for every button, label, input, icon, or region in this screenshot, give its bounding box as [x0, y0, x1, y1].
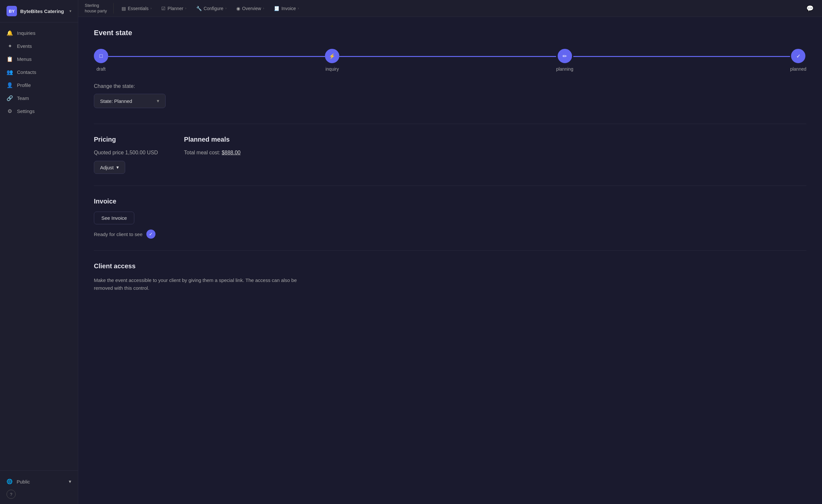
sidebar-nav: 🔔 Inquiries ✦ Events 📋 Menus 👥 Contacts … [0, 22, 78, 470]
tab-label: Invoice [281, 6, 296, 11]
draft-label: draft [96, 66, 106, 72]
planned-label: planned [790, 66, 806, 72]
pricing-title: Pricing [94, 136, 158, 143]
draft-circle: □ [94, 49, 108, 63]
sidebar-public-item[interactable]: 🌐 Public ▾ [7, 476, 71, 487]
configure-icon: 🔧 [196, 6, 202, 11]
company-name: ByteBites Catering [20, 8, 64, 14]
tab-overview[interactable]: ◉ Overview › [232, 3, 269, 14]
adjust-chevron-icon: ▾ [116, 164, 119, 170]
sidebar-item-label: Settings [17, 108, 35, 114]
team-icon: 🔗 [7, 95, 13, 101]
sidebar-item-settings[interactable]: ⚙ Settings [0, 105, 78, 118]
public-chevron-icon: ▾ [69, 479, 71, 484]
overview-chevron-icon: › [263, 7, 264, 10]
sidebar-item-label: Contacts [17, 69, 36, 75]
planned-circle: ✓ [791, 49, 805, 63]
tab-invoice[interactable]: 🧾 Invoice › [269, 3, 304, 14]
content: Event state □ draft ⚡ inquiry [78, 17, 822, 504]
divider-2 [94, 186, 806, 186]
sidebar-item-label: Profile [17, 82, 31, 88]
settings-icon: ⚙ [7, 108, 13, 114]
planning-icon: ✏ [562, 53, 567, 59]
overview-icon: ◉ [236, 6, 240, 11]
state-step-inquiry: ⚡ inquiry [325, 49, 339, 72]
sidebar-item-inquiries[interactable]: 🔔 Inquiries [0, 26, 78, 39]
chat-icon[interactable]: 💬 [804, 3, 815, 14]
state-dropdown-chevron-icon: ▾ [157, 98, 159, 104]
adjust-label: Adjust [100, 165, 114, 170]
meal-cost-value[interactable]: $888.00 [222, 150, 241, 155]
sidebar-item-contacts[interactable]: 👥 Contacts [0, 65, 78, 78]
state-dropdown-label: State: Planned [100, 98, 132, 104]
essentials-chevron-icon: › [150, 7, 151, 10]
tab-configure[interactable]: 🔧 Configure › [191, 3, 231, 14]
invoice-icon: 🧾 [274, 6, 279, 11]
state-step-planned: ✓ planned [790, 49, 806, 72]
pricing-left: Pricing Quoted price 1,500.00 USD Adjust… [94, 136, 158, 174]
adjust-button[interactable]: Adjust ▾ [94, 161, 125, 174]
event-state-title: Event state [94, 29, 806, 37]
change-state-label: Change the state: [94, 83, 806, 89]
see-invoice-button[interactable]: See Invoice [94, 212, 134, 224]
state-dropdown[interactable]: State: Planned ▾ [94, 94, 165, 108]
topbar-right: 💬 [804, 3, 815, 14]
profile-icon: 👤 [7, 82, 13, 88]
inquiries-icon: 🔔 [7, 30, 13, 36]
tab-label: Planner [167, 6, 183, 11]
state-line-2 [339, 56, 556, 57]
sidebar-item-label: Inquiries [17, 30, 35, 36]
state-step-planning: ✏ planning [556, 49, 573, 72]
essentials-icon: ▤ [121, 6, 126, 11]
menus-icon: 📋 [7, 56, 13, 62]
sidebar-footer: 🌐 Public ▾ ? [0, 470, 78, 504]
main: Sterling house party ▤ Essentials › ☑ Pl… [78, 0, 822, 504]
planned-meals: Planned meals Total meal cost: $888.00 [184, 136, 241, 174]
public-left: 🌐 Public [7, 479, 30, 484]
events-icon: ✦ [7, 43, 13, 49]
event-state-section: Event state □ draft ⚡ inquiry [94, 29, 806, 108]
sidebar-item-team[interactable]: 🔗 Team [0, 91, 78, 105]
tab-label: Configure [204, 6, 224, 11]
inquiry-icon: ⚡ [329, 53, 335, 59]
state-line-1 [108, 56, 325, 57]
sidebar-item-menus[interactable]: 📋 Menus [0, 52, 78, 65]
tab-essentials[interactable]: ▤ Essentials › [117, 3, 156, 14]
invoice-chevron-icon: › [298, 7, 299, 10]
globe-icon: 🌐 [7, 479, 13, 484]
topbar-tabs: ▤ Essentials › ☑ Planner › 🔧 Configure ›… [114, 3, 304, 14]
sidebar-header[interactable]: BY ByteBites Catering ▾ [0, 0, 78, 22]
event-name: Sterling house party [85, 3, 114, 14]
divider-3 [94, 250, 806, 251]
inquiry-label: inquiry [325, 66, 339, 72]
sidebar-item-profile[interactable]: 👤 Profile [0, 78, 78, 91]
tab-label: Essentials [128, 6, 149, 11]
planner-icon: ☑ [161, 6, 165, 11]
sidebar-item-label: Events [17, 43, 32, 49]
planning-label: planning [556, 66, 573, 72]
client-access-description: Make the event accessible to your client… [94, 276, 316, 292]
sidebar-item-events[interactable]: ✦ Events [0, 39, 78, 52]
inquiry-circle: ⚡ [325, 49, 339, 63]
state-stepper: □ draft ⚡ inquiry ✏ planning [94, 46, 806, 74]
invoice-section: Invoice See Invoice Ready for client to … [94, 198, 806, 239]
meal-cost-label: Total meal cost: [184, 150, 220, 155]
sidebar-item-label: Team [17, 95, 29, 101]
sidebar-chevron-icon: ▾ [69, 9, 71, 13]
company-logo: BY [7, 6, 17, 16]
ready-check-badge[interactable]: ✓ [146, 230, 155, 239]
topbar: Sterling house party ▤ Essentials › ☑ Pl… [78, 0, 822, 17]
help-button[interactable]: ? [7, 490, 16, 499]
see-invoice-label: See Invoice [101, 215, 127, 221]
planned-icon: ✓ [796, 53, 801, 59]
divider-1 [94, 124, 806, 124]
state-line-3 [573, 56, 790, 57]
configure-chevron-icon: › [225, 7, 226, 10]
state-step-draft: □ draft [94, 49, 108, 72]
tab-label: Overview [242, 6, 261, 11]
tab-planner[interactable]: ☑ Planner › [157, 3, 191, 14]
public-label: Public [17, 479, 30, 484]
planning-circle: ✏ [558, 49, 572, 63]
draft-icon: □ [99, 53, 103, 59]
client-access-title: Client access [94, 262, 806, 270]
